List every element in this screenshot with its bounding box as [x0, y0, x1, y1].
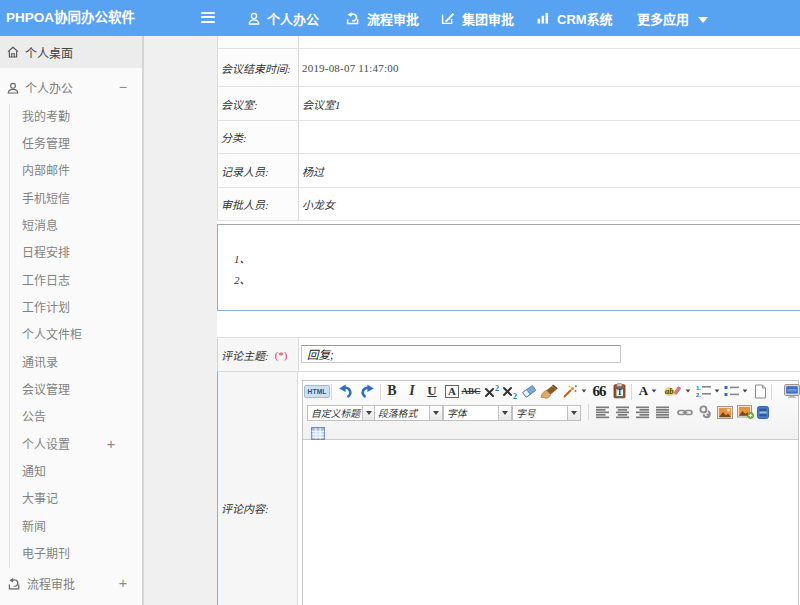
align-right-icon[interactable]: [634, 403, 651, 421]
nav-item-label: 集团审批: [462, 9, 514, 28]
autotypeset-icon[interactable]: [561, 382, 588, 400]
media-icon[interactable]: [755, 403, 771, 421]
sidebar-subitem-14[interactable]: 大事记: [10, 486, 142, 513]
field-label: 评论内容:: [221, 500, 269, 516]
superscript-icon[interactable]: 2: [483, 382, 501, 400]
combo-value: 段落格式: [374, 405, 430, 421]
sidebar-item-desktop[interactable]: 个人桌面: [0, 36, 142, 68]
sidebar-item-flow-approval[interactable]: 流程审批 +: [0, 571, 142, 596]
italic-icon[interactable]: I: [403, 382, 421, 400]
collapse-icon[interactable]: −: [116, 81, 130, 95]
comment-subject-label: 评论主题: (*): [218, 338, 299, 371]
combo-caret-icon[interactable]: [568, 405, 581, 421]
combo-font-family[interactable]: 字体: [443, 405, 512, 421]
sidebar-subitem-10[interactable]: 会议管理: [10, 377, 142, 404]
user-icon: [7, 82, 19, 94]
sidebar-subitem-label: 工作日志: [22, 274, 70, 288]
required-mark: (*): [275, 349, 288, 361]
editor-toolbar: HTMLBIUAABC2266TAab1.2.自定义标题段落格式字体字号: [303, 381, 798, 440]
unordered-list-icon[interactable]: [722, 382, 750, 400]
eraser-icon[interactable]: [520, 382, 538, 400]
blockquote-icon[interactable]: 66: [590, 382, 608, 400]
sidebar-subitem-label: 个人文件柜: [22, 328, 82, 342]
editor-content-area[interactable]: [303, 440, 798, 605]
bold-icon[interactable]: B: [383, 382, 401, 400]
sidebar-subitem-label: 工作计划: [22, 301, 70, 315]
toolbar-separator: [771, 384, 772, 400]
sidebar-subitem-3[interactable]: 手机短信: [10, 186, 142, 213]
table-row: 记录人员:杨过: [218, 154, 800, 188]
combo-value: 字号: [512, 405, 568, 421]
sidebar-subitem-label: 任务管理: [22, 137, 70, 151]
expand-icon[interactable]: +: [116, 577, 130, 591]
sidebar-subitem-1[interactable]: 任务管理: [10, 131, 142, 158]
table-row: 会议结束时间:2019-08-07 11:47:00: [218, 49, 800, 87]
comment-subject-input[interactable]: [301, 345, 621, 363]
redo-icon[interactable]: [357, 382, 377, 400]
subscript-icon[interactable]: 2: [501, 382, 519, 400]
sidebar-subitem-8[interactable]: 个人文件柜: [10, 322, 142, 349]
rich-text-editor: HTMLBIUAABC2266TAab1.2.自定义标题段落格式字体字号: [302, 380, 799, 605]
sidebar-subitem-label: 公告: [22, 410, 46, 424]
link-icon[interactable]: [676, 403, 694, 421]
sidebar-item-personal-office[interactable]: 个人办公 −: [0, 75, 142, 100]
paste-icon[interactable]: T: [610, 382, 628, 400]
align-left-icon[interactable]: [594, 403, 611, 421]
sidebar-subitem-4[interactable]: 短消息: [10, 213, 142, 240]
combo-value: 字体: [443, 405, 499, 421]
insert-table-icon[interactable]: [309, 424, 326, 442]
new-page-icon[interactable]: [752, 382, 768, 400]
caret-down-icon: [698, 11, 708, 26]
sidebar-subitem-12[interactable]: 个人设置+: [10, 432, 142, 459]
sidebar-subitem-label: 短消息: [22, 219, 58, 233]
format-brush-icon[interactable]: [539, 382, 559, 400]
sidebar-subitem-7[interactable]: 工作计划: [10, 295, 142, 322]
sidebar-subitem-6[interactable]: 工作日志: [10, 268, 142, 295]
menu-toggle-icon[interactable]: [201, 12, 215, 24]
undo-icon[interactable]: [336, 382, 356, 400]
expand-icon[interactable]: +: [104, 438, 118, 452]
backcolor-icon[interactable]: ab: [663, 382, 691, 400]
sidebar-subitem-label: 电子期刊: [22, 547, 70, 561]
sidebar-subitem-0[interactable]: 我的考勤: [10, 104, 142, 131]
sidebar-subitem-5[interactable]: 日程安排: [10, 240, 142, 267]
preview-icon[interactable]: [781, 382, 800, 400]
content-gutter: [144, 36, 217, 605]
align-center-icon[interactable]: [614, 403, 631, 421]
nav-item-3[interactable]: CRM系统: [536, 0, 613, 36]
forecolor-icon[interactable]: A: [636, 382, 660, 400]
sidebar-subitem-2[interactable]: 内部邮件: [10, 158, 142, 185]
combo-paragraph[interactable]: 段落格式: [374, 405, 443, 421]
font-border-icon[interactable]: A: [443, 382, 461, 400]
field-label: 会议室:: [218, 87, 299, 120]
underline-icon[interactable]: U: [423, 382, 441, 400]
table-row: 会议室:会议室1: [218, 87, 800, 121]
remark-line: 2、: [234, 270, 800, 291]
strikethrough-icon[interactable]: ABC: [461, 382, 481, 400]
sidebar-subitem-13[interactable]: 通知: [10, 459, 142, 486]
svg-text:ab: ab: [664, 386, 673, 396]
combo-style[interactable]: 自定义标题: [307, 405, 376, 421]
sidebar-subitem-9[interactable]: 通讯录: [10, 350, 142, 377]
nav-item-0[interactable]: 个人办公: [248, 0, 319, 36]
combo-font-size[interactable]: 字号: [512, 405, 581, 421]
ordered-list-icon[interactable]: 1.2.: [694, 382, 721, 400]
sidebar-subitem-15[interactable]: 新闻: [10, 514, 142, 541]
nav-item-2[interactable]: 集团审批: [441, 0, 514, 36]
anchor-icon[interactable]: [696, 403, 714, 421]
combo-caret-icon[interactable]: [499, 405, 512, 421]
combo-value: 自定义标题: [307, 405, 363, 421]
nav-item-1[interactable]: 流程审批: [345, 0, 419, 36]
image-icon[interactable]: [715, 403, 734, 421]
sidebar-subitem-11[interactable]: 公告: [10, 404, 142, 431]
snapscreen-icon[interactable]: [735, 403, 756, 421]
table-row: 分类:: [218, 121, 800, 154]
nav-item-4[interactable]: 更多应用: [637, 0, 708, 36]
align-justify-icon[interactable]: [654, 403, 671, 421]
svg-text:1.: 1.: [696, 385, 701, 391]
source-button[interactable]: HTML: [306, 382, 328, 400]
sidebar-subitem-label: 日程安排: [22, 246, 70, 260]
sidebar-subitem-16[interactable]: 电子期刊: [10, 541, 142, 568]
combo-caret-icon[interactable]: [430, 405, 443, 421]
edit-icon: [441, 11, 455, 25]
